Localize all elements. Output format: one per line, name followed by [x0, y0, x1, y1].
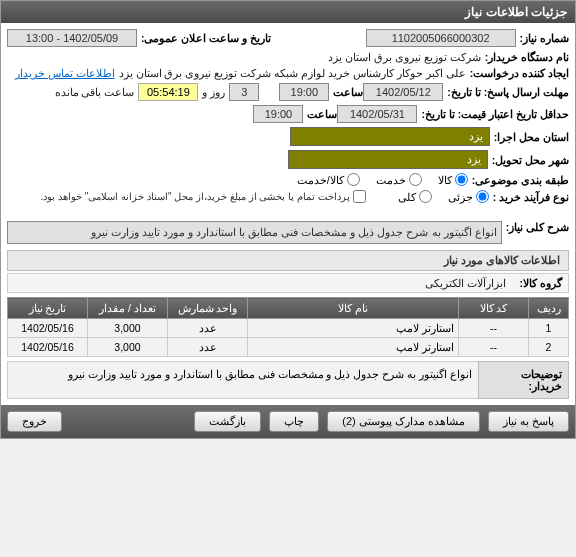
cell-date: 1402/05/16 [8, 319, 88, 338]
category-radio-group: کالا خدمت کالا/خدمت [285, 173, 468, 186]
category-label: طبقه بندی موضوعی: [472, 174, 569, 186]
validity-label: حداقل تاریخ اعتبار قیمت: تا تاریخ: [421, 108, 569, 120]
exec-province-label: استان محل اجرا: [494, 131, 569, 143]
payment-checkbox[interactable] [353, 190, 366, 203]
cell-name: استارتر لامپ [248, 319, 459, 338]
announce-label: تاریخ و ساعت اعلان عمومی: [141, 32, 271, 44]
deadline-time-label: ساعت [333, 86, 363, 98]
goods-group-value: ابزارآلات الکتریکی [425, 277, 506, 289]
cat-goods-service-radio[interactable] [347, 173, 360, 186]
remaining-suffix: ساعت باقی مانده [55, 86, 135, 98]
summary-field: انواع اگنیتور به شرح جدول ذیل و مشخصات ف… [7, 221, 502, 244]
pt-total-radio[interactable] [419, 190, 432, 203]
deadline-time: 19:00 [279, 83, 329, 101]
cell-name: استارتر لامپ [248, 338, 459, 357]
goods-table: ردیف کد کالا نام کالا واحد شمارش تعداد /… [7, 297, 569, 357]
buyer-org-value: شرکت توزیع نیروی برق استان یزد [328, 51, 481, 63]
table-header-row: ردیف کد کالا نام کالا واحد شمارش تعداد /… [8, 298, 569, 319]
cell-row: 2 [529, 338, 569, 357]
deadline-label: مهلت ارسال پاسخ: تا تاریخ: [447, 86, 569, 98]
cat-service-radio[interactable] [409, 173, 422, 186]
panel-body: شماره نیاز: 1102005066000302 تاریخ و ساع… [1, 23, 575, 405]
pt-partial-label: جزئی [448, 191, 473, 203]
th-code: کد کالا [459, 298, 529, 319]
contact-link[interactable]: اطلاعات تماس خریدار [15, 67, 115, 79]
cat-goods-service-label: کالا/خدمت [297, 174, 344, 186]
cell-code: -- [459, 338, 529, 357]
need-no-field: 1102005066000302 [366, 29, 516, 47]
requester-value: علی اکبر حوکار کارشناس خرید لوازم شبکه ش… [119, 67, 466, 79]
pt-total-label: کلی [398, 191, 416, 203]
cell-row: 1 [529, 319, 569, 338]
row-purchase-type: نوع فرآیند خرید : جزئی کلی پرداخت تمام ی… [7, 190, 569, 203]
attachments-button[interactable]: مشاهده مدارک پیوستی (2) [327, 411, 480, 432]
row-summary: شرح کلی نیاز: انواع اگنیتور به شرح جدول … [7, 221, 569, 244]
purchase-type-label: نوع فرآیند خرید : [493, 191, 569, 203]
row-buyer-org: نام دستگاه خریدار: شرکت توزیع نیروی برق … [7, 51, 569, 63]
announce-field: 1402/05/09 - 13:00 [7, 29, 137, 47]
deadline-date: 1402/05/12 [363, 83, 443, 101]
row-category: طبقه بندی موضوعی: کالا خدمت کالا/خدمت [7, 173, 569, 186]
remaining-days-label: روز و [202, 86, 225, 98]
table-row: 2 -- استارتر لامپ عدد 3,000 1402/05/16 [8, 338, 569, 357]
cat-goods-service-option[interactable]: کالا/خدمت [297, 173, 360, 186]
button-bar: پاسخ به نیاز مشاهده مدارک پیوستی (2) چاپ… [1, 405, 575, 438]
cat-goods-label: کالا [438, 174, 452, 186]
cell-date: 1402/05/16 [8, 338, 88, 357]
th-date: تاریخ نیاز [8, 298, 88, 319]
cell-qty: 3,000 [88, 319, 168, 338]
table-row: 1 -- استارتر لامپ عدد 3,000 1402/05/16 [8, 319, 569, 338]
th-row: ردیف [529, 298, 569, 319]
goods-group-label: گروه کالا: [520, 277, 562, 289]
delivery-city: یزد [288, 150, 488, 169]
row-exec-province: استان محل اجرا: یزد [7, 127, 569, 146]
summary-label: شرح کلی نیاز: [506, 221, 569, 233]
pt-partial-option[interactable]: جزئی [448, 190, 489, 203]
goods-section-title: اطلاعات کالاهای مورد نیاز [7, 250, 569, 271]
purchase-type-group: جزئی کلی [386, 190, 489, 203]
row-delivery-city: شهر محل تحویل: یزد [7, 150, 569, 169]
cell-unit: عدد [168, 338, 248, 357]
buyer-org-label: نام دستگاه خریدار: [485, 51, 569, 63]
row-deadline: مهلت ارسال پاسخ: تا تاریخ: 1402/05/12 سا… [7, 83, 569, 101]
payment-note-option[interactable]: پرداخت تمام یا بخشی از مبلغ خرید،از محل … [41, 190, 366, 203]
print-button[interactable]: چاپ [269, 411, 319, 432]
cell-qty: 3,000 [88, 338, 168, 357]
exec-province: یزد [290, 127, 490, 146]
cell-code: -- [459, 319, 529, 338]
delivery-city-label: شهر محل تحویل: [492, 154, 569, 166]
row-requester: ایجاد کننده درخواست: علی اکبر حوکار کارش… [7, 67, 569, 79]
payment-note: پرداخت تمام یا بخشی از مبلغ خرید،از محل … [41, 191, 350, 202]
remaining-days: 3 [229, 83, 259, 101]
row-need-no: شماره نیاز: 1102005066000302 تاریخ و ساع… [7, 29, 569, 47]
cat-service-label: خدمت [376, 174, 406, 186]
pt-total-option[interactable]: کلی [398, 190, 432, 203]
reply-button[interactable]: پاسخ به نیاز [488, 411, 569, 432]
th-name: نام کالا [248, 298, 459, 319]
remaining-time: 05:54:19 [138, 83, 198, 101]
validity-time: 19:00 [253, 105, 303, 123]
cat-goods-option[interactable]: کالا [438, 173, 468, 186]
cat-service-option[interactable]: خدمت [376, 173, 422, 186]
need-no-label: شماره نیاز: [520, 32, 569, 44]
cat-goods-radio[interactable] [455, 173, 468, 186]
exit-button[interactable]: خروج [7, 411, 62, 432]
requester-label: ایجاد کننده درخواست: [470, 67, 569, 79]
validity-time-label: ساعت [307, 108, 337, 120]
cell-unit: عدد [168, 319, 248, 338]
buyer-desc-row: توضیحات خریدار: انواع اگنیتور به شرح جدو… [8, 362, 569, 399]
buyer-desc-table: توضیحات خریدار: انواع اگنیتور به شرح جدو… [7, 361, 569, 399]
main-panel: جزئیات اطلاعات نیاز شماره نیاز: 11020050… [0, 0, 576, 439]
back-button[interactable]: بازگشت [194, 411, 261, 432]
th-unit: واحد شمارش [168, 298, 248, 319]
validity-date: 1402/05/31 [337, 105, 417, 123]
th-qty: تعداد / مقدار [88, 298, 168, 319]
buyer-desc-label: توضیحات خریدار: [479, 362, 569, 399]
goods-group-row: گروه کالا: ابزارآلات الکتریکی [7, 273, 569, 293]
pt-partial-radio[interactable] [476, 190, 489, 203]
buyer-desc-value: انواع اگنیتور به شرح جدول ذیل و مشخصات ف… [8, 362, 479, 399]
row-validity: حداقل تاریخ اعتبار قیمت: تا تاریخ: 1402/… [7, 105, 569, 123]
panel-title: جزئیات اطلاعات نیاز [1, 1, 575, 23]
